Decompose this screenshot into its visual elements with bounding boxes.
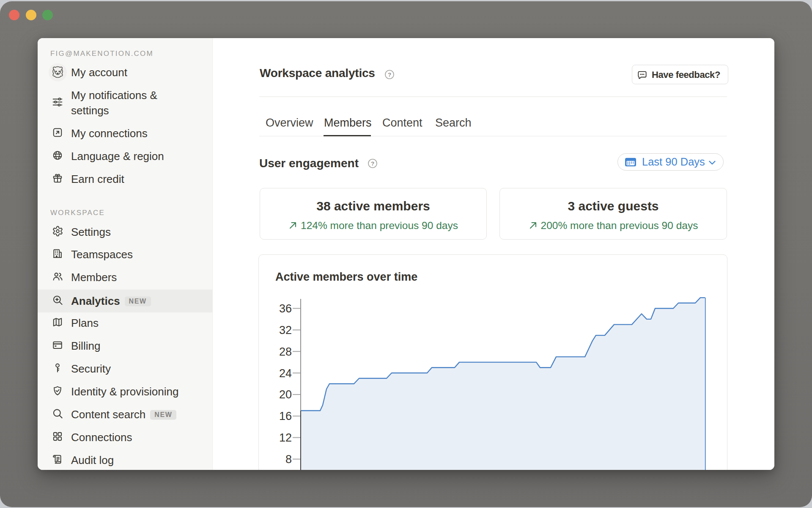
svg-text:28: 28 [279, 345, 292, 358]
svg-text:20: 20 [279, 388, 292, 401]
svg-text:8: 8 [285, 453, 292, 466]
svg-text:12: 12 [279, 431, 292, 444]
svg-text:16: 16 [279, 410, 292, 422]
svg-text:36: 36 [279, 302, 292, 315]
svg-text:32: 32 [279, 324, 292, 337]
svg-text:24: 24 [279, 367, 292, 380]
